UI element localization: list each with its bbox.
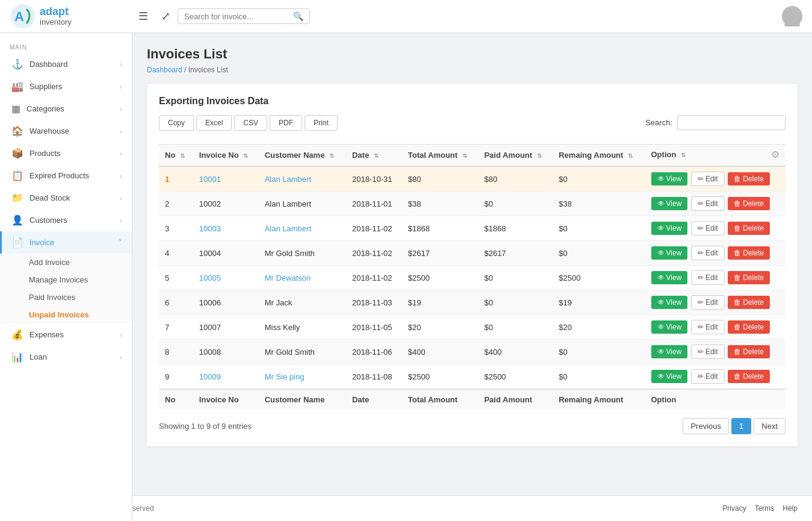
cell-no: 4 <box>159 241 193 266</box>
sidebar-item-unpaid-invoices[interactable]: Unpaid Invoices <box>29 306 132 323</box>
sidebar-item-expired-products[interactable]: 📋 Expired Products › <box>0 164 132 187</box>
sidebar-item-warehouse[interactable]: 🏠 Warehouse › <box>0 120 132 142</box>
invoice-link[interactable]: 10009 <box>199 372 221 381</box>
customer-link[interactable]: Alan Lambert <box>265 224 311 233</box>
print-button[interactable]: Print <box>305 115 338 131</box>
edit-button[interactable]: ✏ Edit <box>691 345 725 359</box>
sidebar-item-add-invoice[interactable]: Add Invoice <box>29 254 132 271</box>
table-footer: No Invoice No Customer Name Date Total A… <box>159 389 786 410</box>
edit-button[interactable]: ✏ Edit <box>691 320 725 334</box>
sidebar-item-customers[interactable]: 👤 Customers › <box>0 209 132 231</box>
pdf-button[interactable]: PDF <box>270 115 302 131</box>
customer-link[interactable]: Mr Sie ping <box>265 372 305 381</box>
edit-button[interactable]: ✏ Edit <box>691 295 725 310</box>
chevron-right-icon: › <box>120 354 122 361</box>
excel-button[interactable]: Excel <box>196 115 232 131</box>
view-button[interactable]: 👁 View <box>651 370 688 383</box>
delete-button[interactable]: 🗑 Delete <box>728 197 770 210</box>
sidebar-section-label: MAIN <box>0 38 132 53</box>
edit-button[interactable]: ✏ Edit <box>691 172 725 186</box>
terms-link[interactable]: Terms <box>755 504 775 513</box>
cell-invoice-no: 10002 <box>193 192 259 216</box>
view-button[interactable]: 👁 View <box>651 197 688 210</box>
copy-button[interactable]: Copy <box>159 115 194 131</box>
cell-customer-name: Mr Gold Smith <box>259 340 346 364</box>
hamburger-menu-button[interactable]: ☰ <box>136 7 150 25</box>
card-title: Exporting Invoices Data <box>159 96 786 107</box>
footer-col-customer-name: Customer Name <box>259 389 346 410</box>
page-1-button[interactable]: 1 <box>731 418 751 434</box>
cell-remaining-amount: $2500 <box>553 266 645 290</box>
next-page-button[interactable]: Next <box>754 418 786 434</box>
eye-icon: 👁 <box>657 199 665 208</box>
table-row: 2 10002 Alan Lambert 2018-11-01 $38 $0 $… <box>159 192 786 216</box>
delete-button[interactable]: 🗑 Delete <box>728 222 770 235</box>
trash-icon: 🗑 <box>734 249 741 257</box>
customer-link[interactable]: Mr Dewatson <box>265 273 311 282</box>
cell-option: 👁 View ✏ Edit 🗑 Delete <box>645 364 786 390</box>
topnav: A adapt inventory ☰ ⤢ 🔍 <box>0 0 812 33</box>
cell-option: 👁 View ✏ Edit 🗑 Delete <box>645 290 786 315</box>
view-button[interactable]: 👁 View <box>651 222 688 235</box>
table-search-input[interactable] <box>677 115 786 130</box>
invoice-no-text: 10002 <box>199 199 221 208</box>
invoice-link[interactable]: 10005 <box>199 273 221 282</box>
view-button[interactable]: 👁 View <box>651 296 688 309</box>
delete-button[interactable]: 🗑 Delete <box>728 296 770 309</box>
edit-button[interactable]: ✏ Edit <box>691 270 725 285</box>
edit-button[interactable]: ✏ Edit <box>691 246 725 260</box>
help-link[interactable]: Help <box>783 504 798 513</box>
sidebar-item-invoice[interactable]: 📄 Invoice ˅ <box>0 231 132 254</box>
delete-button[interactable]: 🗑 Delete <box>728 172 770 186</box>
invoice-link[interactable]: 10001 <box>199 175 221 184</box>
edit-button[interactable]: ✏ Edit <box>691 221 725 236</box>
privacy-link[interactable]: Privacy <box>722 504 746 513</box>
breadcrumb-home[interactable]: Dashboard <box>147 66 182 74</box>
expand-button[interactable]: ⤢ <box>159 7 173 25</box>
user-avatar[interactable] <box>782 6 802 27</box>
sidebar-item-expenses[interactable]: 💰 Expenses › <box>0 323 132 346</box>
view-button[interactable]: 👁 View <box>651 271 688 284</box>
csv-button[interactable]: CSV <box>234 115 267 131</box>
delete-button[interactable]: 🗑 Delete <box>728 246 770 260</box>
sidebar-item-products[interactable]: 📦 Products › <box>0 142 132 164</box>
trash-icon: 🗑 <box>734 175 741 183</box>
customer-link[interactable]: Alan Lambert <box>265 175 311 184</box>
cell-paid-amount: $0 <box>478 315 553 340</box>
sidebar-item-dashboard[interactable]: ⚓ Dashboard › <box>0 53 132 75</box>
customer-name-text: Miss Kelly <box>265 323 300 332</box>
view-button[interactable]: 👁 View <box>651 246 688 260</box>
delete-button[interactable]: 🗑 Delete <box>728 320 770 334</box>
cell-no: 6 <box>159 290 193 315</box>
col-paid-amount: Paid Amount ⇅ <box>478 145 553 167</box>
sidebar-label-deadstock: Dead Stock <box>29 193 70 202</box>
cell-customer-name: Alan Lambert <box>259 166 346 192</box>
sidebar-item-suppliers[interactable]: 🏭 Suppliers › <box>0 75 132 98</box>
delete-button[interactable]: 🗑 Delete <box>728 271 770 284</box>
view-button[interactable]: 👁 View <box>651 345 688 358</box>
sidebar-item-categories[interactable]: ▦ Categories › <box>0 98 132 120</box>
previous-page-button[interactable]: Previous <box>683 418 729 434</box>
delete-button[interactable]: 🗑 Delete <box>728 345 770 358</box>
cell-no: 9 <box>159 364 193 390</box>
cell-customer-name: Alan Lambert <box>259 192 346 216</box>
invoice-no-text: 10007 <box>199 323 221 332</box>
sidebar-item-loan[interactable]: 📊 Loan › <box>0 346 132 368</box>
invoice-link[interactable]: 10003 <box>199 224 221 233</box>
view-button[interactable]: 👁 View <box>651 320 688 334</box>
edit-button[interactable]: ✏ Edit <box>691 196 725 211</box>
settings-button[interactable]: ⚙ <box>771 149 779 160</box>
svg-point-3 <box>784 19 800 27</box>
delete-button[interactable]: 🗑 Delete <box>728 370 770 383</box>
cell-invoice-no: 10008 <box>193 340 259 364</box>
sidebar-item-dead-stock[interactable]: 📁 Dead Stock › <box>0 187 132 209</box>
edit-button[interactable]: ✏ Edit <box>691 369 725 384</box>
cell-option: 👁 View ✏ Edit 🗑 Delete <box>645 266 786 290</box>
cell-remaining-amount: $0 <box>553 216 645 241</box>
sidebar-item-paid-invoices[interactable]: Paid Invoices <box>29 289 132 306</box>
sidebar-item-manage-invoices[interactable]: Manage Invoices <box>29 271 132 289</box>
cell-total-amount: $2617 <box>402 241 479 266</box>
view-button[interactable]: 👁 View <box>651 172 688 186</box>
topnav-search-input[interactable] <box>184 12 293 21</box>
warehouse-icon: 🏠 <box>11 125 23 137</box>
